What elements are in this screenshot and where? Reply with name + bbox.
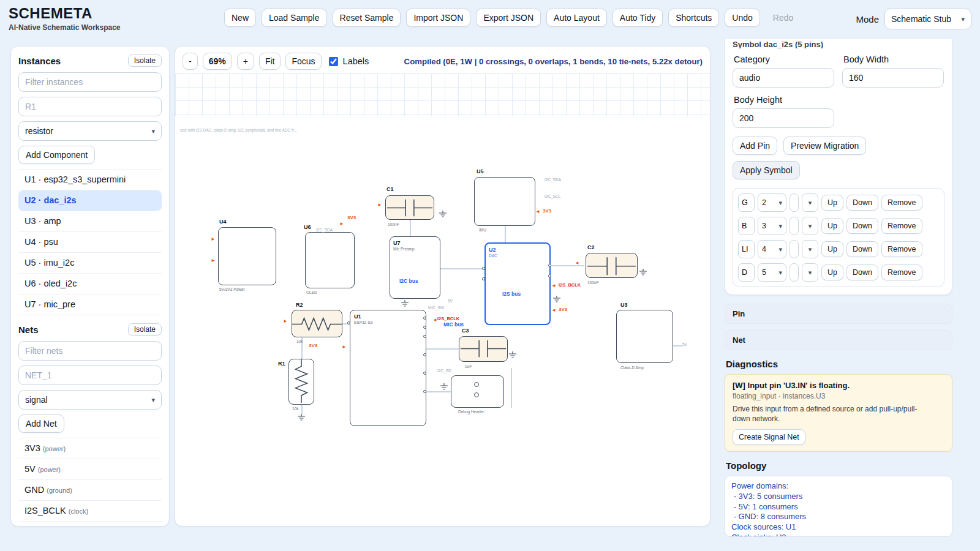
net-item-5v[interactable]: 5V(power) bbox=[18, 459, 162, 480]
instances-isolate-button[interactable]: Isolate bbox=[128, 54, 162, 67]
pin-number-value: 5 bbox=[762, 268, 766, 277]
pin-down-button[interactable]: Down bbox=[846, 195, 878, 211]
pin-name-input[interactable] bbox=[738, 240, 755, 258]
instance-item-u6[interactable]: U6 · oled_i2c bbox=[18, 274, 162, 294]
instance-item-u5[interactable]: U5 · imu_i2c bbox=[18, 253, 162, 274]
component-C3[interactable] bbox=[459, 336, 508, 362]
pin-up-button[interactable]: Up bbox=[821, 241, 843, 257]
pin-remove-button[interactable]: Remove bbox=[881, 264, 922, 280]
category-input[interactable] bbox=[733, 68, 834, 88]
import-json-button[interactable]: Import JSON bbox=[406, 9, 470, 27]
pin-down-button[interactable]: Down bbox=[846, 241, 878, 257]
pin-type-select[interactable]: ▾ bbox=[802, 240, 818, 258]
auto-tidy-button[interactable]: Auto Tidy bbox=[612, 9, 663, 27]
net-item-gnd[interactable]: GND(ground) bbox=[18, 480, 162, 501]
net-item-i2s-bclk[interactable]: I2S_BCLK(clock) bbox=[18, 501, 162, 522]
component-C1[interactable] bbox=[385, 195, 434, 220]
pin-name-input[interactable] bbox=[738, 193, 755, 212]
pin-dot[interactable] bbox=[548, 274, 551, 277]
component-C2[interactable] bbox=[586, 253, 638, 278]
pin-dot[interactable] bbox=[423, 326, 426, 329]
pin-remove-button[interactable]: Remove bbox=[881, 218, 922, 234]
instance-type-select[interactable]: resistor ▾ bbox=[18, 121, 162, 141]
component-debug-header[interactable] bbox=[451, 375, 504, 408]
pin-up-button[interactable]: Up bbox=[821, 218, 843, 234]
instance-list: U1 · esp32_s3_supermini U2 · dac_i2s U3 … bbox=[18, 169, 162, 315]
pin-type-select[interactable]: ▾ bbox=[802, 217, 818, 235]
new-button[interactable]: New bbox=[224, 9, 256, 27]
zoom-out-button[interactable]: - bbox=[183, 53, 198, 70]
preview-migration-button[interactable]: Preview Migration bbox=[783, 137, 866, 155]
reset-sample-button[interactable]: Reset Sample bbox=[333, 9, 401, 27]
focus-button[interactable]: Focus bbox=[285, 53, 321, 70]
instance-item-u7[interactable]: U7 · mic_pre bbox=[18, 294, 162, 315]
undo-button[interactable]: Undo bbox=[725, 9, 760, 27]
pin-remove-button[interactable]: Remove bbox=[881, 195, 922, 211]
pin-down-button[interactable]: Down bbox=[846, 264, 878, 280]
create-signal-net-button[interactable]: Create Signal Net bbox=[733, 429, 805, 445]
pin-up-button[interactable]: Up bbox=[821, 264, 843, 280]
pin-number-select[interactable]: 3▾ bbox=[758, 217, 786, 235]
net-type-select[interactable]: signal ▾ bbox=[18, 390, 162, 410]
pin-number-select[interactable]: 4▾ bbox=[758, 240, 786, 258]
shortcuts-button[interactable]: Shortcuts bbox=[668, 9, 719, 27]
net-item-3v3[interactable]: 3V3(power) bbox=[18, 438, 162, 459]
instance-item-u3[interactable]: U3 · amp bbox=[18, 211, 162, 232]
component-U6[interactable] bbox=[305, 232, 355, 288]
labels-checkbox[interactable] bbox=[329, 57, 338, 66]
instance-name-input[interactable] bbox=[18, 97, 162, 116]
add-component-button[interactable]: Add Component bbox=[18, 146, 95, 164]
pin-dot[interactable] bbox=[482, 267, 485, 270]
pin-up-button[interactable]: Up bbox=[821, 195, 843, 211]
pin-number-select[interactable]: 2▾ bbox=[758, 193, 786, 212]
pin-extra-input[interactable] bbox=[790, 217, 799, 235]
pin-dot[interactable] bbox=[423, 390, 426, 393]
mode-select[interactable]: Schematic Stub ▾ bbox=[884, 9, 971, 29]
pin-extra-input[interactable] bbox=[790, 240, 799, 258]
zoom-in-button[interactable]: + bbox=[237, 53, 254, 70]
net-name-input[interactable] bbox=[18, 365, 162, 385]
pin-type-select[interactable]: ▾ bbox=[802, 193, 818, 212]
nets-isolate-button[interactable]: Isolate bbox=[128, 323, 162, 335]
pin-dot[interactable] bbox=[423, 372, 426, 375]
pin-dot[interactable] bbox=[548, 264, 551, 267]
pin-type-select[interactable]: ▾ bbox=[802, 263, 818, 282]
component-U5[interactable] bbox=[474, 177, 535, 226]
pin-dot[interactable] bbox=[423, 335, 426, 338]
component-U3[interactable] bbox=[616, 310, 673, 363]
pin-dot[interactable] bbox=[423, 353, 426, 356]
load-sample-button[interactable]: Load Sample bbox=[262, 9, 327, 27]
pin-name-input[interactable] bbox=[738, 217, 755, 235]
body-width-input[interactable] bbox=[842, 68, 944, 88]
fit-button[interactable]: Fit bbox=[259, 53, 281, 70]
export-json-button[interactable]: Export JSON bbox=[476, 9, 541, 27]
pin-extra-input[interactable] bbox=[790, 263, 799, 282]
section-pin[interactable]: Pin bbox=[725, 304, 952, 324]
component-U4[interactable] bbox=[218, 227, 276, 285]
auto-layout-button[interactable]: Auto Layout bbox=[546, 9, 607, 27]
schematic-canvas[interactable]: - 69% + Fit Focus Labels Compiled (0E, 1… bbox=[175, 46, 710, 527]
apply-symbol-button[interactable]: Apply Symbol bbox=[733, 161, 800, 179]
pin-extra-input[interactable] bbox=[790, 193, 799, 212]
zoom-level-button[interactable]: 69% bbox=[203, 53, 232, 70]
body-height-input[interactable] bbox=[733, 108, 834, 128]
instance-item-u4[interactable]: U4 · psu bbox=[18, 232, 162, 253]
pin-name-input[interactable] bbox=[738, 263, 755, 282]
pin-dot[interactable] bbox=[423, 317, 426, 320]
component-R1[interactable] bbox=[288, 359, 314, 405]
component-U1[interactable] bbox=[350, 310, 426, 426]
pin-down-button[interactable]: Down bbox=[846, 218, 878, 234]
nets-filter-input[interactable] bbox=[18, 341, 162, 361]
add-pin-button[interactable]: Add Pin bbox=[733, 137, 777, 155]
pin-number-select[interactable]: 5▾ bbox=[758, 263, 786, 282]
pin-dot[interactable] bbox=[347, 321, 350, 324]
add-net-button[interactable]: Add Net bbox=[18, 414, 64, 433]
pin-remove-button[interactable]: Remove bbox=[881, 241, 922, 257]
component-ref: C2 bbox=[587, 244, 595, 250]
instance-item-u2[interactable]: U2 · dac_i2s bbox=[18, 190, 162, 211]
section-net[interactable]: Net bbox=[725, 330, 952, 350]
instance-item-u1[interactable]: U1 · esp32_s3_supermini bbox=[18, 170, 162, 190]
pin-dot[interactable] bbox=[482, 277, 485, 280]
instances-filter-input[interactable] bbox=[18, 72, 162, 92]
component-R2[interactable] bbox=[292, 310, 342, 337]
